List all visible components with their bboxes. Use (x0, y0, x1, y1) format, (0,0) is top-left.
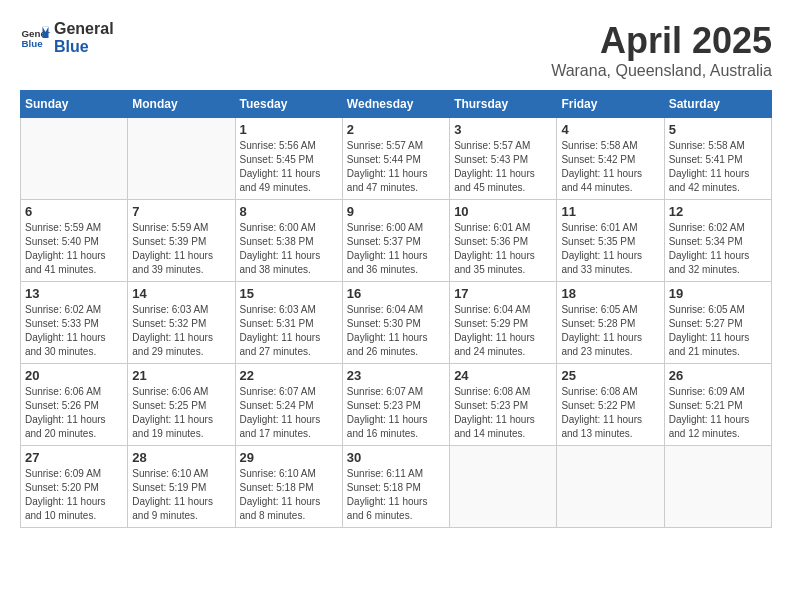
day-detail: Sunrise: 5:56 AM Sunset: 5:45 PM Dayligh… (240, 139, 338, 195)
day-detail: Sunrise: 6:02 AM Sunset: 5:34 PM Dayligh… (669, 221, 767, 277)
calendar-week-4: 20Sunrise: 6:06 AM Sunset: 5:26 PM Dayli… (21, 364, 772, 446)
calendar-cell: 9Sunrise: 6:00 AM Sunset: 5:37 PM Daylig… (342, 200, 449, 282)
day-number: 4 (561, 122, 659, 137)
day-number: 23 (347, 368, 445, 383)
day-number: 12 (669, 204, 767, 219)
calendar-cell: 16Sunrise: 6:04 AM Sunset: 5:30 PM Dayli… (342, 282, 449, 364)
day-number: 1 (240, 122, 338, 137)
calendar-cell: 29Sunrise: 6:10 AM Sunset: 5:18 PM Dayli… (235, 446, 342, 528)
day-detail: Sunrise: 6:07 AM Sunset: 5:23 PM Dayligh… (347, 385, 445, 441)
day-detail: Sunrise: 6:01 AM Sunset: 5:35 PM Dayligh… (561, 221, 659, 277)
calendar-cell: 27Sunrise: 6:09 AM Sunset: 5:20 PM Dayli… (21, 446, 128, 528)
calendar-cell: 22Sunrise: 6:07 AM Sunset: 5:24 PM Dayli… (235, 364, 342, 446)
calendar-cell: 20Sunrise: 6:06 AM Sunset: 5:26 PM Dayli… (21, 364, 128, 446)
day-number: 15 (240, 286, 338, 301)
calendar-cell: 24Sunrise: 6:08 AM Sunset: 5:23 PM Dayli… (450, 364, 557, 446)
day-detail: Sunrise: 6:08 AM Sunset: 5:23 PM Dayligh… (454, 385, 552, 441)
calendar-cell: 13Sunrise: 6:02 AM Sunset: 5:33 PM Dayli… (21, 282, 128, 364)
day-detail: Sunrise: 6:09 AM Sunset: 5:21 PM Dayligh… (669, 385, 767, 441)
calendar-table: SundayMondayTuesdayWednesdayThursdayFrid… (20, 90, 772, 528)
day-number: 8 (240, 204, 338, 219)
day-detail: Sunrise: 6:05 AM Sunset: 5:27 PM Dayligh… (669, 303, 767, 359)
day-number: 2 (347, 122, 445, 137)
calendar-cell: 10Sunrise: 6:01 AM Sunset: 5:36 PM Dayli… (450, 200, 557, 282)
calendar-cell: 19Sunrise: 6:05 AM Sunset: 5:27 PM Dayli… (664, 282, 771, 364)
day-number: 19 (669, 286, 767, 301)
day-number: 27 (25, 450, 123, 465)
day-detail: Sunrise: 6:00 AM Sunset: 5:38 PM Dayligh… (240, 221, 338, 277)
day-number: 29 (240, 450, 338, 465)
calendar-cell: 28Sunrise: 6:10 AM Sunset: 5:19 PM Dayli… (128, 446, 235, 528)
day-detail: Sunrise: 6:04 AM Sunset: 5:30 PM Dayligh… (347, 303, 445, 359)
calendar-cell (664, 446, 771, 528)
calendar-week-2: 6Sunrise: 5:59 AM Sunset: 5:40 PM Daylig… (21, 200, 772, 282)
calendar-subtitle: Warana, Queensland, Australia (551, 62, 772, 80)
day-number: 7 (132, 204, 230, 219)
calendar-cell: 8Sunrise: 6:00 AM Sunset: 5:38 PM Daylig… (235, 200, 342, 282)
calendar-cell: 5Sunrise: 5:58 AM Sunset: 5:41 PM Daylig… (664, 118, 771, 200)
day-detail: Sunrise: 6:06 AM Sunset: 5:26 PM Dayligh… (25, 385, 123, 441)
day-detail: Sunrise: 6:01 AM Sunset: 5:36 PM Dayligh… (454, 221, 552, 277)
weekday-header-row: SundayMondayTuesdayWednesdayThursdayFrid… (21, 91, 772, 118)
calendar-cell: 26Sunrise: 6:09 AM Sunset: 5:21 PM Dayli… (664, 364, 771, 446)
logo-general-text: General (54, 20, 114, 38)
calendar-cell (450, 446, 557, 528)
day-number: 26 (669, 368, 767, 383)
day-detail: Sunrise: 6:10 AM Sunset: 5:18 PM Dayligh… (240, 467, 338, 523)
day-detail: Sunrise: 5:57 AM Sunset: 5:44 PM Dayligh… (347, 139, 445, 195)
weekday-header-tuesday: Tuesday (235, 91, 342, 118)
day-number: 18 (561, 286, 659, 301)
calendar-week-3: 13Sunrise: 6:02 AM Sunset: 5:33 PM Dayli… (21, 282, 772, 364)
day-number: 24 (454, 368, 552, 383)
calendar-cell (21, 118, 128, 200)
calendar-cell: 23Sunrise: 6:07 AM Sunset: 5:23 PM Dayli… (342, 364, 449, 446)
day-detail: Sunrise: 6:10 AM Sunset: 5:19 PM Dayligh… (132, 467, 230, 523)
day-number: 20 (25, 368, 123, 383)
day-detail: Sunrise: 6:00 AM Sunset: 5:37 PM Dayligh… (347, 221, 445, 277)
day-number: 25 (561, 368, 659, 383)
calendar-cell: 1Sunrise: 5:56 AM Sunset: 5:45 PM Daylig… (235, 118, 342, 200)
svg-text:Blue: Blue (22, 38, 44, 49)
calendar-cell: 4Sunrise: 5:58 AM Sunset: 5:42 PM Daylig… (557, 118, 664, 200)
calendar-cell: 14Sunrise: 6:03 AM Sunset: 5:32 PM Dayli… (128, 282, 235, 364)
day-number: 9 (347, 204, 445, 219)
calendar-cell: 21Sunrise: 6:06 AM Sunset: 5:25 PM Dayli… (128, 364, 235, 446)
day-number: 14 (132, 286, 230, 301)
day-number: 6 (25, 204, 123, 219)
day-number: 13 (25, 286, 123, 301)
calendar-cell: 3Sunrise: 5:57 AM Sunset: 5:43 PM Daylig… (450, 118, 557, 200)
calendar-cell: 25Sunrise: 6:08 AM Sunset: 5:22 PM Dayli… (557, 364, 664, 446)
calendar-cell: 12Sunrise: 6:02 AM Sunset: 5:34 PM Dayli… (664, 200, 771, 282)
day-detail: Sunrise: 6:08 AM Sunset: 5:22 PM Dayligh… (561, 385, 659, 441)
calendar-cell: 17Sunrise: 6:04 AM Sunset: 5:29 PM Dayli… (450, 282, 557, 364)
day-number: 28 (132, 450, 230, 465)
weekday-header-thursday: Thursday (450, 91, 557, 118)
calendar-cell (557, 446, 664, 528)
weekday-header-sunday: Sunday (21, 91, 128, 118)
day-detail: Sunrise: 6:11 AM Sunset: 5:18 PM Dayligh… (347, 467, 445, 523)
day-detail: Sunrise: 6:03 AM Sunset: 5:31 PM Dayligh… (240, 303, 338, 359)
calendar-cell: 30Sunrise: 6:11 AM Sunset: 5:18 PM Dayli… (342, 446, 449, 528)
logo-blue-text: Blue (54, 38, 89, 55)
calendar-cell: 18Sunrise: 6:05 AM Sunset: 5:28 PM Dayli… (557, 282, 664, 364)
day-number: 17 (454, 286, 552, 301)
day-detail: Sunrise: 6:02 AM Sunset: 5:33 PM Dayligh… (25, 303, 123, 359)
weekday-header-saturday: Saturday (664, 91, 771, 118)
calendar-week-1: 1Sunrise: 5:56 AM Sunset: 5:45 PM Daylig… (21, 118, 772, 200)
day-detail: Sunrise: 6:09 AM Sunset: 5:20 PM Dayligh… (25, 467, 123, 523)
weekday-header-friday: Friday (557, 91, 664, 118)
calendar-header: SundayMondayTuesdayWednesdayThursdayFrid… (21, 91, 772, 118)
calendar-cell: 6Sunrise: 5:59 AM Sunset: 5:40 PM Daylig… (21, 200, 128, 282)
day-detail: Sunrise: 6:03 AM Sunset: 5:32 PM Dayligh… (132, 303, 230, 359)
day-detail: Sunrise: 5:59 AM Sunset: 5:39 PM Dayligh… (132, 221, 230, 277)
day-number: 30 (347, 450, 445, 465)
calendar-body: 1Sunrise: 5:56 AM Sunset: 5:45 PM Daylig… (21, 118, 772, 528)
day-detail: Sunrise: 6:04 AM Sunset: 5:29 PM Dayligh… (454, 303, 552, 359)
logo: General Blue General Blue (20, 20, 114, 56)
day-detail: Sunrise: 5:59 AM Sunset: 5:40 PM Dayligh… (25, 221, 123, 277)
calendar-cell (128, 118, 235, 200)
calendar-title-area: April 2025 Warana, Queensland, Australia (551, 20, 772, 80)
calendar-title: April 2025 (551, 20, 772, 62)
weekday-header-monday: Monday (128, 91, 235, 118)
calendar-cell: 7Sunrise: 5:59 AM Sunset: 5:39 PM Daylig… (128, 200, 235, 282)
